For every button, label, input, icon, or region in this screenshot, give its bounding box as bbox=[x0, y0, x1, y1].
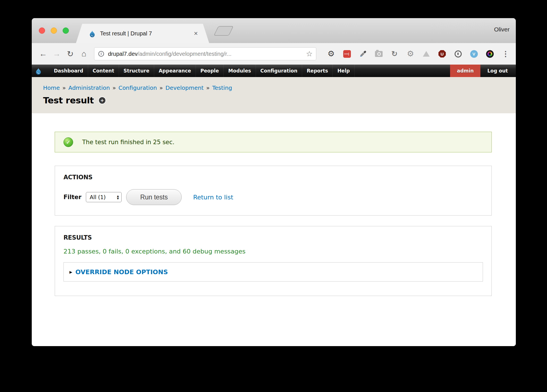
home-icon[interactable]: ⌂ bbox=[77, 47, 91, 61]
drupal-logo-icon[interactable] bbox=[32, 65, 45, 77]
run-tests-button[interactable]: Run tests bbox=[126, 189, 182, 205]
close-window-button[interactable] bbox=[39, 27, 45, 34]
bookmark-star-icon[interactable]: ☆ bbox=[306, 50, 313, 57]
toolbar-item-modules[interactable]: Modules bbox=[224, 65, 256, 77]
back-icon[interactable]: ← bbox=[36, 47, 50, 61]
breadcrumb-administration[interactable]: Administration bbox=[68, 84, 110, 91]
ublock-icon[interactable]: U bbox=[434, 50, 450, 58]
browser-window: Test result | Drupal 7 × Oliver ← → ↻ ⌂ … bbox=[32, 18, 516, 346]
breadcrumb-home[interactable]: Home bbox=[43, 84, 60, 91]
camera-icon[interactable] bbox=[371, 51, 387, 57]
page-title: Test result bbox=[43, 95, 94, 105]
toolbar-item-structure[interactable]: Structure bbox=[119, 65, 154, 77]
new-tab-button[interactable] bbox=[214, 26, 234, 36]
page-refresh-icon[interactable]: ↻ bbox=[387, 50, 402, 57]
extension-icon-row: ⚙ •••| ↻ ⚙ U V ⋮ bbox=[323, 43, 514, 65]
results-summary: 213 passes, 0 fails, 0 exceptions, and 6… bbox=[63, 248, 483, 255]
results-fieldset: RESULTS 213 passes, 0 fails, 0 exception… bbox=[55, 226, 492, 296]
toolbar-user-admin[interactable]: admin bbox=[450, 65, 480, 77]
actions-fieldset: ACTIONS Filter All (1) ▲ ▼ Run tests Ret… bbox=[55, 166, 492, 216]
toolbar-item-dashboard[interactable]: Dashboard bbox=[49, 65, 88, 77]
status-message-text: The test run finished in 25 sec. bbox=[82, 139, 175, 146]
page-info-icon[interactable]: i bbox=[98, 51, 104, 57]
browser-menu-icon[interactable]: ⋮ bbox=[498, 50, 514, 57]
toolbar-item-configuration[interactable]: Configuration bbox=[256, 65, 302, 77]
tab-close-icon[interactable]: × bbox=[194, 30, 198, 37]
status-message-box: ✓ The test run finished in 25 sec. bbox=[55, 132, 492, 152]
eyedropper-icon[interactable] bbox=[355, 50, 371, 58]
minimize-window-button[interactable] bbox=[51, 27, 57, 34]
filter-select-value: All (1) bbox=[90, 194, 117, 200]
reload-icon[interactable]: ↻ bbox=[63, 47, 77, 61]
zoom-window-button[interactable] bbox=[63, 27, 69, 34]
override-node-options-fieldset[interactable]: ▶ OVERRIDE NODE OPTIONS bbox=[63, 262, 483, 282]
toolbar-item-reports[interactable]: Reports bbox=[302, 65, 333, 77]
url-path: /admin/config/development/testing/r... bbox=[138, 51, 232, 57]
select-stepper-icon: ▲ ▼ bbox=[117, 195, 119, 200]
main-content: ✓ The test run finished in 25 sec. ACTIO… bbox=[32, 113, 516, 346]
page-header: Home»Administration»Configuration»Develo… bbox=[32, 77, 516, 113]
toolbar-item-people[interactable]: People bbox=[196, 65, 224, 77]
toolbar-item-help[interactable]: Help bbox=[333, 65, 355, 77]
bug-gear-icon[interactable]: ⚙ bbox=[402, 50, 418, 58]
override-node-options-link[interactable]: OVERRIDE NODE OPTIONS bbox=[75, 269, 168, 276]
google-drive-icon[interactable] bbox=[418, 51, 434, 57]
titlebar: Test result | Drupal 7 × Oliver bbox=[32, 18, 516, 43]
camera-lens-icon[interactable] bbox=[482, 50, 498, 58]
breadcrumb-configuration[interactable]: Configuration bbox=[118, 84, 157, 91]
browser-profile-name[interactable]: Oliver bbox=[494, 26, 510, 33]
filter-select[interactable]: All (1) ▲ ▼ bbox=[86, 192, 122, 202]
breadcrumb-development[interactable]: Development bbox=[166, 84, 204, 91]
actions-legend: ACTIONS bbox=[63, 174, 483, 181]
breadcrumb-testing[interactable]: Testing bbox=[212, 84, 232, 91]
add-shortcut-plus-icon[interactable]: + bbox=[99, 97, 105, 104]
url-host: drupal7.dev bbox=[108, 51, 138, 57]
url-bar[interactable]: i drupal7.dev /admin/config/development/… bbox=[94, 47, 316, 60]
tab-title: Test result | Drupal 7 bbox=[100, 30, 152, 37]
onepassword-icon[interactable] bbox=[450, 50, 466, 57]
return-to-list-link[interactable]: Return to list bbox=[193, 194, 233, 201]
lastpass-icon[interactable]: •••| bbox=[339, 50, 355, 58]
toolbar-logout[interactable]: Log out bbox=[480, 65, 515, 77]
toolbar-item-content[interactable]: Content bbox=[88, 65, 119, 77]
forward-icon[interactable]: → bbox=[50, 47, 63, 61]
success-check-icon: ✓ bbox=[63, 137, 73, 147]
collapsed-arrow-icon: ▶ bbox=[69, 270, 72, 274]
vimium-icon[interactable]: V bbox=[466, 50, 482, 58]
results-legend: RESULTS bbox=[63, 234, 483, 241]
filter-label: Filter bbox=[63, 194, 81, 201]
browser-tab[interactable]: Test result | Drupal 7 × bbox=[76, 24, 209, 43]
drupal-favicon bbox=[88, 30, 96, 37]
settings-gear-icon[interactable]: ⚙ bbox=[323, 50, 339, 58]
toolbar-item-appearance[interactable]: Appearance bbox=[154, 65, 196, 77]
breadcrumb: Home»Administration»Configuration»Develo… bbox=[43, 84, 516, 91]
drupal-admin-toolbar: Dashboard Content Structure Appearance P… bbox=[32, 65, 516, 77]
